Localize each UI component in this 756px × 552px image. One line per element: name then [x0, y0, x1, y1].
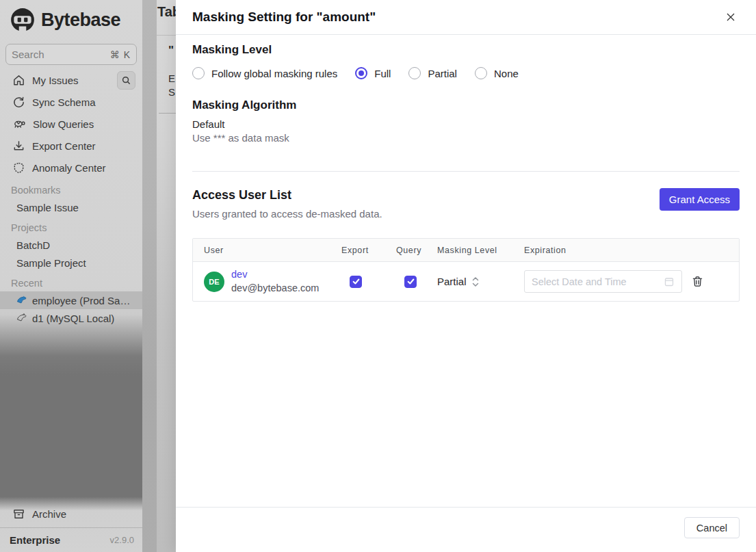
quick-search-button[interactable]: [117, 71, 135, 90]
sidebar-item-sync-schema[interactable]: Sync Schema: [0, 91, 142, 113]
radio-icon[interactable]: [408, 67, 421, 79]
sidebar-item-slow-queries[interactable]: Slow Queries: [0, 113, 142, 135]
masking-algorithm-heading: Masking Algorithm: [192, 98, 740, 112]
divider: [159, 113, 176, 114]
chevron-updown-icon: [472, 276, 479, 287]
sidebar-item-sample-project[interactable]: Sample Project: [0, 254, 142, 272]
radio-label: Partial: [428, 68, 457, 79]
radio-label: None: [494, 68, 519, 79]
delete-access-button[interactable]: [692, 276, 703, 287]
sidebar-footer: Enterprise v2.9.0: [0, 527, 142, 552]
sidebar-item-label: Slow Queries: [33, 118, 94, 130]
access-user-list-heading: Access User List: [192, 188, 382, 202]
modal-footer: Cancel: [176, 507, 756, 552]
col-header-masking-level: Masking Level: [437, 239, 524, 261]
radio-icon[interactable]: [192, 67, 205, 79]
avatar: DE: [204, 272, 224, 292]
sidebar-item-label: Sync Schema: [32, 96, 96, 108]
bytebase-logo-icon: [10, 7, 36, 33]
table-row: DE dev dev@bytebase.com: [193, 262, 739, 301]
download-icon: [12, 140, 25, 153]
app-logo[interactable]: Bytebase: [0, 0, 142, 38]
search-shortcut: ⌘ K: [110, 49, 131, 60]
radio-label: Follow global masking rules: [211, 68, 337, 79]
search-placeholder: Search: [12, 49, 110, 60]
recent-db-label: employee (Prod Sam...: [32, 295, 137, 306]
sidebar-item-my-issues[interactable]: My Issues: [0, 69, 142, 91]
background-page-title-fragment: Tab: [157, 4, 176, 20]
sidebar-item-label: Export Center: [32, 140, 96, 152]
background-page-fragment: ": [168, 44, 174, 57]
sync-icon: [12, 96, 25, 109]
export-checkbox[interactable]: [350, 276, 362, 288]
divider: [192, 171, 740, 172]
access-user-table: User Export Query Masking Level Expirati…: [192, 238, 740, 302]
overlay-gap: [142, 0, 157, 552]
dimmed-overlay[interactable]: Tab " E S: [142, 0, 176, 552]
modal-title: Masking Setting for "amount": [192, 10, 376, 25]
shield-icon: [12, 161, 25, 174]
cancel-button[interactable]: Cancel: [684, 517, 740, 538]
col-header-actions: [703, 239, 739, 261]
archive-label: Archive: [32, 508, 66, 520]
access-user-list-header: Access User List Users granted to access…: [192, 188, 740, 220]
query-checkbox[interactable]: [404, 276, 417, 288]
radio-full[interactable]: Full: [355, 67, 391, 79]
grant-access-button[interactable]: Grant Access: [660, 188, 740, 211]
version-label: v2.9.0: [110, 535, 134, 545]
archive-icon: [12, 508, 25, 521]
table-header-row: User Export Query Masking Level Expirati…: [193, 239, 739, 262]
app-title: Bytebase: [41, 10, 120, 31]
radio-follow-global[interactable]: Follow global masking rules: [192, 67, 337, 79]
database-icon: [16, 295, 27, 306]
project-label: Sample Project: [16, 257, 86, 269]
user-name-link[interactable]: dev: [231, 268, 319, 282]
sidebar-item-anomaly-center[interactable]: Anomaly Center: [0, 157, 142, 179]
search-input[interactable]: Search ⌘ K: [5, 44, 137, 65]
radio-icon[interactable]: [475, 67, 487, 79]
section-header-projects: Projects: [0, 216, 142, 236]
sidebar-item-d1-db[interactable]: d1 (MySQL Local): [0, 309, 142, 327]
home-icon: [12, 74, 25, 87]
plan-label[interactable]: Enterprise: [10, 534, 60, 546]
col-header-expiration: Expiration: [524, 239, 703, 261]
radio-partial[interactable]: Partial: [408, 67, 457, 79]
sidebar-item-label: Anomaly Center: [32, 162, 106, 174]
section-header-bookmarks: Bookmarks: [0, 179, 142, 198]
col-header-user: User: [193, 239, 341, 261]
sidebar-item-archive[interactable]: Archive: [0, 503, 142, 525]
sidebar-item-sample-issue[interactable]: Sample Issue: [0, 198, 142, 216]
search-icon: [121, 75, 131, 86]
divider: [157, 35, 176, 36]
masking-setting-modal: Masking Setting for "amount" Masking Lev…: [176, 0, 756, 552]
recent-db-label: d1 (MySQL Local): [32, 313, 114, 324]
radio-none[interactable]: None: [475, 67, 519, 79]
masking-level-select[interactable]: Partial: [437, 276, 479, 287]
project-label: BatchD: [16, 239, 50, 251]
turtle-icon: [12, 117, 26, 131]
sidebar: Bytebase Search ⌘ K My Issues Sync Schem…: [0, 0, 142, 552]
sidebar-item-employee-db[interactable]: employee (Prod Sam...: [0, 291, 142, 309]
calendar-icon: [664, 276, 675, 287]
algorithm-name: Default: [192, 118, 740, 130]
bookmark-label: Sample Issue: [16, 202, 79, 213]
sidebar-item-batchd[interactable]: BatchD: [0, 236, 142, 254]
close-icon[interactable]: [722, 8, 740, 26]
background-page-fragment: E: [168, 73, 175, 84]
sidebar-item-label: My Issues: [32, 75, 79, 86]
date-placeholder: Select Date and Time: [532, 276, 664, 287]
algorithm-description: Use *** as data mask: [192, 132, 740, 144]
col-header-export: Export: [341, 239, 396, 261]
masking-level-heading: Masking Level: [192, 43, 740, 57]
database-icon: [16, 313, 27, 324]
access-user-list-subtitle: Users granted to access de-masked data.: [192, 208, 382, 220]
section-header-recent: Recent: [0, 272, 142, 291]
col-header-query: Query: [396, 239, 437, 261]
expiration-date-input[interactable]: Select Date and Time: [524, 270, 682, 293]
radio-icon[interactable]: [355, 67, 367, 79]
sidebar-nav: My Issues Sync Schema Slow Queries Expor…: [0, 69, 142, 179]
trash-icon: [692, 276, 703, 287]
background-page-fragment: S: [168, 86, 175, 98]
masking-level-value: Partial: [437, 276, 467, 287]
sidebar-item-export-center[interactable]: Export Center: [0, 135, 142, 157]
